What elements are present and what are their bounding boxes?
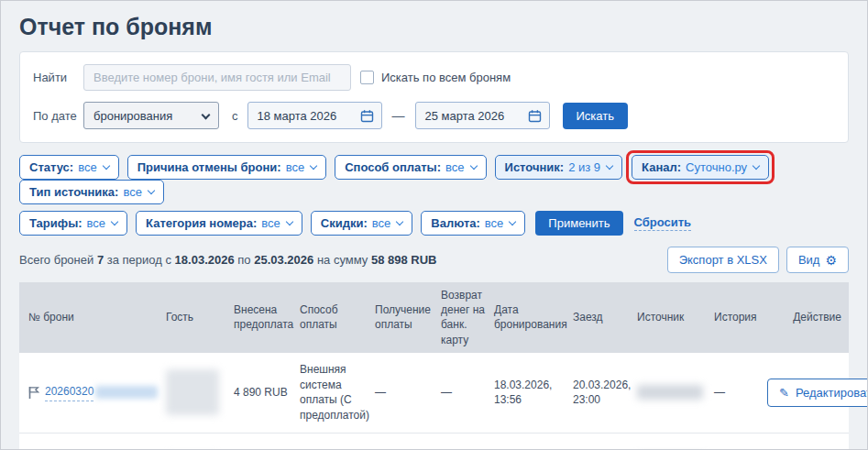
summary-date-to: 25.03.2026 [254, 253, 313, 267]
filter-value: 2 из 9 [568, 160, 600, 174]
chevron-down-icon [102, 161, 109, 169]
date-to-value: 25 марта 2026 [425, 109, 505, 123]
header-guest: Гость [166, 310, 226, 324]
from-label: с [232, 109, 238, 123]
chevron-down-icon [202, 111, 211, 120]
search-all-label: Искать по всем броням [381, 71, 511, 84]
filter-label: Причина отмены брони: [137, 160, 281, 174]
chevron-down-icon [111, 217, 118, 225]
gear-icon: ⚙ [825, 254, 837, 267]
export-xlsx-button[interactable]: Экспорт в XLSX [667, 247, 779, 273]
export-label: Экспорт в XLSX [679, 253, 767, 267]
filter-value: все [87, 216, 106, 230]
booking-number-cell: 20260320 [28, 384, 159, 401]
filter-value: все [445, 160, 465, 174]
highlight-ring: Канал: Суточно.ру [626, 150, 775, 184]
filter-cancel-reason[interactable]: Причина отмены брони: все [127, 155, 327, 180]
summary-prefix: Всего броней [19, 253, 93, 267]
filter-label: Источник: [505, 160, 565, 174]
checkin-cell: 20.03.2026, 23:00 [573, 378, 630, 409]
payment-method-cell: Внешняя система оплаты (С предоплатой) [300, 362, 368, 423]
view-label: Вид [798, 253, 820, 267]
filter-label: Канал: [642, 160, 681, 174]
history-cell: — [714, 385, 760, 401]
page-title: Отчет по броням [19, 14, 867, 40]
filter-value: все [485, 216, 504, 230]
booking-report-page: Отчет по броням Найти Искать по всем бро… [0, 0, 868, 450]
find-label: Найти [33, 71, 83, 84]
header-booking-date: Дата бронирования [494, 302, 566, 332]
calendar-icon [528, 109, 542, 123]
date-type-select[interactable]: бронирования [83, 102, 219, 129]
chevron-down-icon [396, 217, 403, 225]
date-range-dash: — [392, 108, 405, 123]
header-source: Источник [637, 310, 707, 324]
edit-booking-button[interactable]: ✎ Редактировать бронь [767, 379, 868, 407]
bookings-table: № брони Гость Внесена предоплата Способ … [19, 282, 849, 450]
filter-tariffs[interactable]: Тарифы: все [19, 211, 127, 236]
redacted-booking-number [95, 386, 158, 399]
summary-mid3: на сумму [317, 253, 368, 267]
summary-total: 58 898 RUB [371, 253, 437, 267]
date-to-input[interactable]: 25 марта 2026 [415, 102, 550, 129]
filter-label: Категория номера: [146, 216, 257, 230]
payment-receive-cell: — [375, 385, 434, 401]
chevron-down-icon [753, 161, 760, 169]
date-from-value: 18 марта 2026 [258, 109, 337, 123]
filter-source[interactable]: Источник: 2 из 9 [495, 155, 623, 180]
header-number: № брони [28, 310, 159, 324]
filter-status[interactable]: Статус: все [19, 155, 119, 180]
filter-room-category[interactable]: Категория номера: все [136, 211, 302, 236]
filter-label: Тип источника: [29, 185, 118, 199]
header-payment-receive: Получение оплаты [375, 302, 434, 332]
filter-label: Статус: [29, 160, 73, 174]
chevron-down-icon [148, 186, 155, 193]
filter-value: все [286, 160, 305, 174]
summary-count: 7 [97, 253, 104, 267]
header-payment-method: Способ оплаты [300, 302, 368, 332]
chevron-down-icon [469, 161, 477, 169]
header-action: Действие [767, 310, 841, 324]
flag-icon[interactable] [28, 386, 39, 400]
reset-link[interactable]: Сбросить [634, 215, 692, 231]
search-button[interactable]: Искать [563, 103, 629, 129]
summary-mid2: по [237, 253, 250, 267]
header-history: История [714, 310, 760, 324]
header-checkin: Заезд [573, 310, 630, 324]
filter-channel[interactable]: Канал: Суточно.ру [632, 155, 769, 180]
filter-label: Валюта: [431, 216, 480, 230]
by-date-label: По дате [33, 109, 83, 123]
filter-value: все [123, 185, 142, 199]
filter-value: Суточно.ру [686, 160, 747, 174]
action-cell: ✎ Редактировать бронь ≡ [767, 378, 868, 408]
filter-payment-method[interactable]: Способ оплаты: все [335, 155, 486, 180]
filter-source-type[interactable]: Тип источника: все [19, 180, 164, 204]
filter-currency[interactable]: Валюта: все [421, 211, 525, 236]
table-header: № брони Гость Внесена предоплата Способ … [19, 282, 849, 353]
source-cell [637, 385, 707, 400]
redacted-source [637, 385, 703, 400]
filter-value: все [372, 216, 391, 230]
redacted-guest [166, 369, 219, 415]
table-row: 20260322 0 RUB При заселении Получить оп… [19, 434, 849, 450]
filter-value: все [78, 160, 97, 174]
guest-cell [166, 369, 226, 415]
search-all-checkbox[interactable] [360, 71, 374, 84]
filter-label: Скидки: [321, 216, 368, 230]
date-from-input[interactable]: 18 марта 2026 [247, 102, 382, 129]
date-type-value: бронирования [93, 109, 172, 123]
search-input[interactable] [83, 64, 351, 91]
apply-button[interactable]: Применить [535, 211, 622, 236]
summary-row: Всего броней 7 за период с 18.03.2026 по… [19, 247, 849, 273]
table-row: 20260320 4 890 RUB Внешняя система оплат… [19, 353, 849, 434]
summary-mid1: за период с [107, 253, 171, 267]
chevron-down-icon [606, 161, 613, 169]
view-button[interactable]: Вид ⚙ [786, 247, 849, 273]
edit-label: Редактировать бронь [796, 386, 868, 400]
calendar-icon [360, 109, 374, 123]
prepayment-cell: 4 890 RUB [234, 385, 292, 401]
header-prepayment: Внесена предоплата [234, 302, 292, 332]
booking-number-link[interactable]: 20260320 [45, 384, 93, 401]
filter-value: все [261, 216, 280, 230]
filter-discounts[interactable]: Скидки: все [311, 211, 412, 236]
